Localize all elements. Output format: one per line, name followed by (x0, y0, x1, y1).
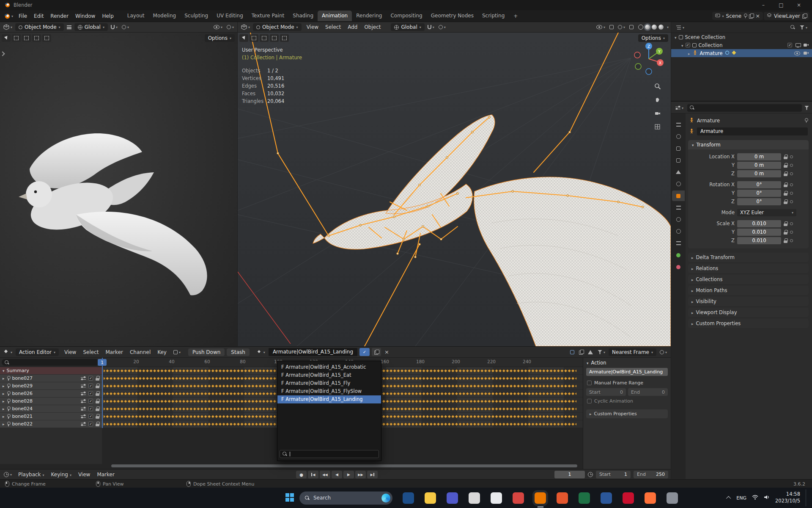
channel-name[interactable]: bone022 (12, 421, 33, 427)
lock-icon[interactable] (96, 384, 99, 388)
language-indicator[interactable]: ENG (736, 495, 746, 501)
overlays-button[interactable] (225, 23, 235, 31)
expand-icon[interactable] (3, 406, 5, 411)
channel-name[interactable]: bone027 (12, 375, 33, 381)
workspace-tab[interactable]: Texture Paint (247, 11, 288, 21)
output-tab-icon[interactable] (672, 143, 685, 154)
gizmo-x-label[interactable]: X (659, 61, 661, 65)
action-dropdown-item[interactable]: F Armature|OwlBird_A15_Acrobatic (277, 363, 381, 371)
overlays-button[interactable] (617, 23, 626, 31)
show-desktop-button[interactable] (806, 489, 807, 506)
pin-icon[interactable] (804, 118, 808, 123)
copy-icon[interactable] (578, 349, 584, 355)
play-button[interactable]: ▶ (343, 471, 354, 478)
workspace-tab[interactable]: Sculpting (180, 11, 212, 21)
lock-icon[interactable] (784, 199, 787, 204)
menu-item[interactable]: View (61, 348, 80, 356)
collection-label[interactable]: Collection (699, 42, 723, 48)
taskbar-app-icon[interactable] (403, 492, 414, 504)
manual-frame-range-checkbox[interactable] (587, 381, 592, 385)
menu-item[interactable]: Channel (126, 348, 154, 356)
channel-search-input[interactable] (2, 359, 99, 366)
scene-collection-label[interactable]: Scene Collection (685, 34, 726, 40)
tool-select-circle-button[interactable] (260, 34, 269, 42)
object-data-tab-icon[interactable] (672, 250, 685, 260)
taskbar-app-icon[interactable] (601, 492, 612, 504)
animate-dot-icon[interactable] (790, 222, 793, 225)
modifiers-icon[interactable] (81, 384, 86, 388)
expand-icon[interactable] (3, 414, 5, 419)
navigation-gizmo[interactable]: Z X Y (631, 41, 667, 77)
scene-selector[interactable]: Scene (712, 12, 763, 20)
tool-select-lasso-button[interactable] (270, 34, 279, 42)
funnel-icon[interactable] (804, 106, 809, 110)
armature-label[interactable]: Armature (700, 50, 723, 56)
menu-item[interactable]: Help (99, 12, 117, 20)
channel-row[interactable]: bone024 (0, 405, 102, 413)
shading-material-icon[interactable] (652, 25, 657, 30)
proportional-edit-button[interactable] (121, 23, 130, 31)
workspace-tab[interactable]: Compositing (386, 11, 426, 21)
menu-item[interactable]: Select (322, 23, 344, 31)
dropdown-search-input[interactable] (280, 450, 379, 458)
expand-icon[interactable] (3, 383, 5, 389)
constraints-tab-icon[interactable] (672, 238, 685, 248)
animate-dot-icon[interactable] (790, 172, 793, 175)
show-gizmo-button[interactable] (608, 24, 615, 30)
taskbar-app-icon[interactable] (623, 492, 634, 504)
tool-tweak-button[interactable] (239, 34, 248, 42)
modes-options-icon[interactable] (66, 25, 73, 30)
filter-funnel-button[interactable] (596, 348, 606, 356)
viewport-secondary[interactable]: Object Mode Global (0, 22, 237, 346)
rotation-mode-dropdown[interactable]: XYZ Euler (737, 209, 796, 216)
expand-icon[interactable] (681, 42, 683, 48)
value-field[interactable]: 0 m (737, 170, 781, 177)
channel-name[interactable]: bone028 (12, 398, 33, 404)
menu-item[interactable]: Add (344, 23, 361, 31)
blender-menu-button[interactable] (3, 12, 14, 20)
start-frame-field[interactable]: Start1 (596, 471, 631, 478)
custom-properties-section[interactable]: Custom Properties (586, 409, 668, 418)
properties-section-header[interactable]: Visibility (688, 297, 809, 306)
zoom-icon[interactable] (654, 83, 661, 91)
outliner-row-scene-collection[interactable]: Scene Collection (671, 33, 812, 41)
shading-mode-group[interactable] (636, 24, 665, 30)
menu-item[interactable]: Key (154, 348, 170, 356)
workspace-tab[interactable]: UV Editing (212, 11, 247, 21)
render-disable-icon[interactable] (804, 43, 809, 47)
shading-wireframe-icon[interactable] (638, 25, 643, 30)
enable-checkbox[interactable] (88, 376, 93, 381)
editor-type-button[interactable] (675, 24, 686, 31)
editor-type-button[interactable] (3, 348, 14, 356)
end-frame-field[interactable]: End250 (634, 471, 668, 478)
pin-icon[interactable] (7, 422, 10, 427)
taskbar-app-icon[interactable] (667, 492, 678, 504)
value-field[interactable]: 0° (737, 198, 781, 205)
viewlayer-selector[interactable]: ViewLayer (764, 12, 809, 20)
filter-toggle-icon[interactable] (172, 348, 182, 356)
tool-tab-icon[interactable] (672, 119, 685, 130)
value-field[interactable]: 0.010 (737, 229, 781, 236)
pin-icon[interactable] (7, 414, 10, 419)
lock-icon[interactable] (96, 406, 99, 411)
modifiers-icon[interactable] (81, 392, 86, 396)
modifiers-icon[interactable] (81, 407, 86, 411)
action-dropdown-item[interactable]: F Armature|OwlBird_A15_Fly (277, 379, 381, 387)
orientation-dropdown[interactable]: Global (74, 23, 108, 31)
tray-chevron-icon[interactable] (726, 496, 731, 501)
horizontal-scrollbar[interactable] (111, 464, 577, 467)
lock-icon[interactable] (784, 182, 787, 187)
shading-rendered-icon[interactable] (658, 25, 664, 30)
filter-button[interactable] (798, 24, 809, 31)
properties-section-header[interactable]: Delta Transform (688, 253, 809, 262)
properties-section-header[interactable]: Relations (688, 264, 809, 273)
view-layer-tab-icon[interactable] (672, 155, 685, 166)
animate-dot-icon[interactable] (790, 155, 793, 158)
properties-section-header[interactable]: Motion Paths (688, 286, 809, 295)
channel-name[interactable]: bone026 (12, 391, 33, 396)
action-name-field[interactable]: Armature|OwlBird_A15_Landing (586, 368, 668, 376)
pin-icon[interactable] (7, 399, 10, 404)
snap-magnet-button[interactable] (110, 23, 119, 31)
taskbar-app-icon[interactable] (535, 492, 546, 504)
jump-to-start-button[interactable]: ◀ (308, 471, 318, 478)
